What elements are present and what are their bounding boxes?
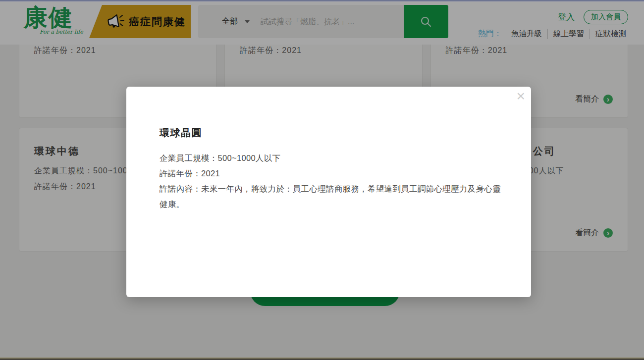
- modal-body: 企業員工規模：500~1000人以下 許諾年份：2021 許諾內容：未來一年內，…: [160, 151, 502, 212]
- close-icon[interactable]: ×: [516, 87, 525, 105]
- modal-title: 環球晶圓: [160, 126, 499, 140]
- modal-pledge-content: 許諾內容：未來一年內，將致力於：員工心理諮商服務，希望達到員工調節心理壓力及身心…: [160, 181, 502, 212]
- company-detail-modal: × 環球晶圓 企業員工規模：500~1000人以下 許諾年份：2021 許諾內容…: [126, 87, 531, 297]
- modal-employee-scale: 企業員工規模：500~1000人以下: [160, 151, 502, 166]
- modal-pledge-year: 許諾年份：2021: [160, 166, 502, 181]
